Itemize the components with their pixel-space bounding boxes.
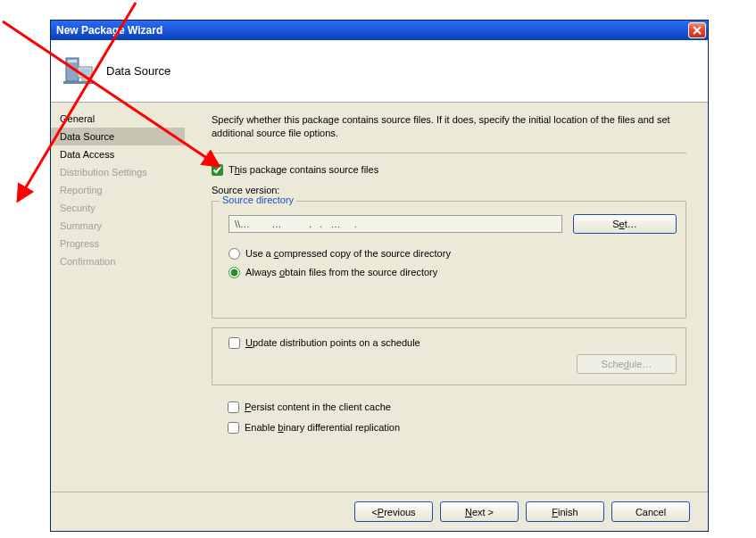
source-directory-group: Source directory Set… Use a compressed c… [212, 201, 686, 319]
option-always-obtain-label: Always obtain files from the source dire… [245, 267, 437, 277]
titlebar: New Package Wizard [51, 21, 708, 40]
sidebar-item-progress: Progress [51, 235, 185, 252]
option-compressed-label: Use a compressed copy of the source dire… [245, 248, 451, 259]
close-button[interactable] [688, 22, 706, 38]
server-icon [62, 54, 96, 88]
sidebar-item-security: Security [51, 199, 185, 217]
sidebar-item-data-access[interactable]: Data Access [51, 145, 185, 163]
next-button[interactable]: Next > [440, 501, 519, 522]
dialog-window: New Package Wizard Data Source General [50, 20, 709, 532]
svg-rect-9 [81, 78, 88, 81]
set-button[interactable]: Set… [573, 214, 677, 234]
binary-diff-label: Enable binary differential replication [245, 422, 400, 433]
sidebar-item-reporting: Reporting [51, 181, 185, 199]
contains-source-checkbox[interactable] [212, 164, 223, 176]
update-schedule-checkbox[interactable] [228, 337, 240, 349]
source-path-input[interactable] [228, 215, 562, 233]
svg-rect-7 [79, 69, 90, 76]
sidebar-item-general[interactable]: General [51, 110, 185, 128]
contains-source-label: This package contains source files [228, 164, 378, 175]
persist-content-checkbox[interactable] [228, 401, 239, 413]
cancel-button[interactable]: Cancel [611, 501, 690, 522]
instructions-text: Specify whether this package contains so… [212, 113, 686, 140]
content-pane: Specify whether this package contains so… [185, 103, 708, 492]
update-schedule-label: Update distribution points on a schedule [245, 337, 420, 348]
window-title: New Package Wizard [56, 24, 688, 37]
sidebar-item-confirmation: Confirmation [51, 252, 185, 270]
schedule-button: Schedule… [577, 354, 677, 374]
svg-rect-5 [68, 60, 77, 62]
finish-button[interactable]: Finish [526, 501, 604, 522]
separator [212, 153, 686, 153]
wizard-sidebar: General Data Source Data Access Distribu… [51, 103, 185, 492]
option-always-obtain-radio[interactable] [228, 267, 240, 278]
binary-diff-checkbox[interactable] [228, 422, 239, 434]
sidebar-item-data-source[interactable]: Data Source [51, 128, 185, 145]
wizard-header: Data Source [51, 40, 708, 103]
source-directory-legend: Source directory [220, 195, 296, 205]
sidebar-item-summary: Summary [51, 217, 185, 235]
sidebar-item-distribution-settings: Distribution Settings [51, 163, 185, 181]
svg-rect-8 [63, 81, 94, 84]
page-title: Data Source [106, 64, 170, 78]
option-compressed-radio[interactable] [228, 248, 240, 260]
persist-content-label: Persist content in the client cache [245, 401, 391, 412]
wizard-footer: < Previous Next > Finish Cancel [51, 492, 708, 531]
schedule-group: Update distribution points on a schedule… [212, 327, 686, 385]
previous-button[interactable]: < Previous [354, 501, 433, 522]
